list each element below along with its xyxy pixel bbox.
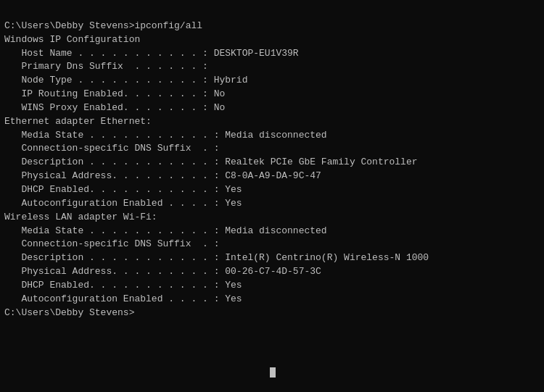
terminal-line: DHCP Enabled. . . . . . . . . . . : Yes xyxy=(4,183,540,197)
terminal-line: Autoconfiguration Enabled . . . . : Yes xyxy=(4,197,540,211)
terminal-line: Wireless LAN adapter Wi-Fi: xyxy=(4,211,540,225)
terminal-line: WINS Proxy Enabled. . . . . . . : No xyxy=(4,101,540,115)
terminal-line: Description . . . . . . . . . . . : Inte… xyxy=(4,251,540,265)
terminal-cursor xyxy=(270,367,276,378)
terminal-line: Connection-specific DNS Suffix . : xyxy=(4,238,540,251)
terminal-line: Connection-specific DNS Suffix . : xyxy=(4,142,540,156)
cursor-area xyxy=(268,367,276,378)
terminal-line: Physical Address. . . . . . . . . : 00-2… xyxy=(4,265,540,279)
terminal-line: Host Name . . . . . . . . . . . : DESKTO… xyxy=(4,47,540,61)
terminal-line: C:\Users\Debby Stevens>ipconfig/all xyxy=(4,20,540,33)
terminal-line: Primary Dns Suffix . . . . . . : xyxy=(4,60,540,74)
terminal-line: IP Routing Enabled. . . . . . . : No xyxy=(4,88,540,101)
terminal-line: Ethernet adapter Ethernet: xyxy=(4,115,540,129)
terminal-line: Autoconfiguration Enabled . . . . : Yes xyxy=(4,293,540,306)
terminal-line: Windows IP Configuration xyxy=(4,33,540,47)
terminal-line: Description . . . . . . . . . . . : Real… xyxy=(4,156,540,170)
terminal-line: C:\Users\Debby Stevens> xyxy=(4,306,540,320)
terminal-line: DHCP Enabled. . . . . . . . . . . : Yes xyxy=(4,279,540,293)
terminal-window[interactable]: C:\Users\Debby Stevens>ipconfig/allWindo… xyxy=(0,0,544,392)
terminal-line: Media State . . . . . . . . . . . : Medi… xyxy=(4,129,540,143)
terminal-line: Node Type . . . . . . . . . . . : Hybrid xyxy=(4,74,540,88)
terminal-line: Media State . . . . . . . . . . . : Medi… xyxy=(4,225,540,238)
terminal-line: Physical Address. . . . . . . . . : C8-0… xyxy=(4,170,540,183)
